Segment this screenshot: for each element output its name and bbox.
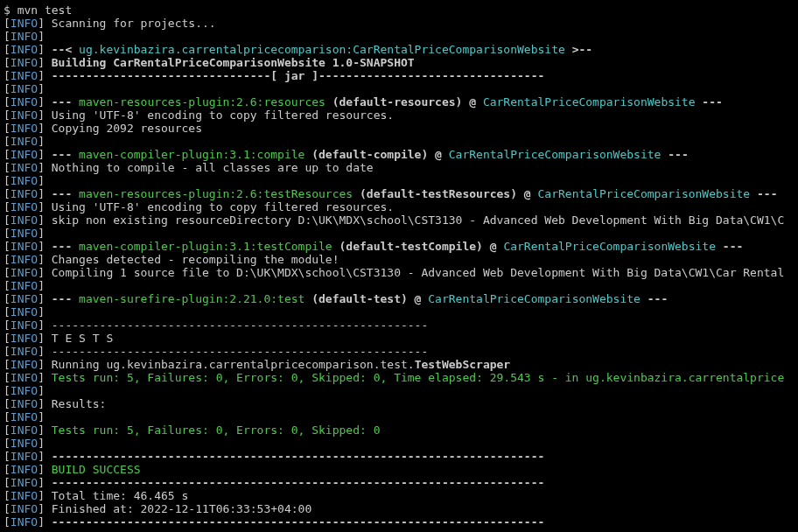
- test-class: TestWebScraper: [415, 358, 511, 371]
- log-line: [INFO] --- maven-compiler-plugin:3.1:com…: [4, 148, 794, 161]
- info-label: INFO: [10, 371, 38, 384]
- info-tag: [INFO]: [4, 279, 45, 292]
- artifact: CarRentalPriceComparisonWebsite: [449, 148, 662, 161]
- log-line: [INFO] Tests run: 5, Failures: 0, Errors…: [4, 424, 794, 437]
- info-label: INFO: [10, 174, 38, 187]
- total-time: Total time: 46.465 s: [52, 489, 189, 502]
- info-tag: [INFO]: [4, 345, 52, 358]
- text: ---: [640, 292, 668, 305]
- text: Using 'UTF-8' encoding to copy filtered …: [52, 200, 394, 214]
- log-line: [INFO] Finished at: 2022-12-11T06:33:53+…: [4, 502, 794, 515]
- text: ---: [52, 95, 79, 108]
- text: ---: [52, 292, 79, 305]
- info-tag: [INFO]: [4, 148, 52, 161]
- info-tag: [INFO]: [4, 82, 45, 95]
- info-label: INFO: [10, 95, 38, 108]
- info-label: INFO: [10, 82, 38, 95]
- info-label: INFO: [10, 69, 38, 82]
- text: Results:: [52, 397, 107, 410]
- info-label: INFO: [10, 56, 38, 69]
- info-label: INFO: [10, 489, 38, 502]
- info-tag: [INFO]: [4, 43, 52, 56]
- info-label: INFO: [10, 450, 38, 463]
- info-tag: [INFO]: [4, 384, 45, 397]
- info-tag: [INFO]: [4, 332, 52, 345]
- info-tag: [INFO]: [4, 227, 45, 240]
- text: ----------------------------------------…: [52, 318, 428, 332]
- text: ---: [52, 148, 79, 161]
- info-label: INFO: [10, 266, 38, 279]
- info-label: INFO: [10, 463, 38, 476]
- text: Nothing to compile - all classes are up …: [52, 161, 374, 174]
- info-tag: [INFO]: [4, 69, 52, 82]
- info-tag: [INFO]: [4, 266, 52, 279]
- log-line: [INFO] skip non existing resourceDirecto…: [4, 214, 794, 227]
- info-tag: [INFO]: [4, 371, 52, 384]
- text: --------------------------------[ jar ]-…: [52, 69, 545, 82]
- text: >--: [565, 43, 592, 56]
- info-label: INFO: [10, 384, 38, 397]
- info-label: INFO: [10, 227, 38, 240]
- info-label: INFO: [10, 122, 38, 135]
- project-id: ug.kevinbazira.carrentalpricecomparison:…: [79, 43, 565, 56]
- building: Building CarRentalPriceComparisonWebsite…: [52, 56, 415, 69]
- info-tag: [INFO]: [4, 108, 52, 122]
- text: --<: [52, 43, 79, 56]
- terminal-output[interactable]: $ mvn test[INFO] Scanning for projects..…: [4, 4, 794, 528]
- info-label: INFO: [10, 108, 38, 122]
- log-line: [INFO] Using 'UTF-8' encoding to copy fi…: [4, 108, 794, 122]
- log-line: [INFO] ---------------------------------…: [4, 515, 794, 528]
- log-line: [INFO] Nothing to compile - all classes …: [4, 161, 794, 174]
- log-line: [INFO] T E S T S: [4, 332, 794, 345]
- log-line-empty: [INFO]: [4, 30, 794, 43]
- log-line: [INFO] Building CarRentalPriceComparison…: [4, 56, 794, 69]
- info-label: INFO: [10, 200, 38, 214]
- info-tag: [INFO]: [4, 135, 45, 148]
- info-tag: [INFO]: [4, 305, 45, 318]
- text: ----------------------------------------…: [52, 345, 428, 358]
- info-tag: [INFO]: [4, 515, 52, 528]
- info-label: INFO: [10, 292, 38, 305]
- info-tag: [INFO]: [4, 476, 52, 489]
- artifact: CarRentalPriceComparisonWebsite: [503, 240, 716, 253]
- log-line: [INFO] Compiling 1 source file to D:\UK\…: [4, 266, 794, 279]
- command-prompt: $ mvn test: [4, 4, 72, 17]
- info-tag: [INFO]: [4, 187, 52, 200]
- text: ---: [52, 187, 79, 200]
- info-tag: [INFO]: [4, 214, 52, 227]
- info-label: INFO: [10, 305, 38, 318]
- text: skip non existing resourceDirectory D:\U…: [52, 214, 784, 227]
- info-tag: [INFO]: [4, 358, 52, 371]
- text: ---: [696, 95, 723, 108]
- text: Compiling 1 source file to D:\UK\MDX\sch…: [52, 266, 784, 279]
- log-line: [INFO] --< ug.kevinbazira.carrentalprice…: [4, 43, 794, 56]
- info-tag: [INFO]: [4, 200, 52, 214]
- log-line: [INFO] --- maven-surefire-plugin:2.21.0:…: [4, 292, 794, 305]
- log-line: [INFO] Copying 2092 resources: [4, 122, 794, 135]
- text: ---: [52, 240, 79, 253]
- info-label: INFO: [10, 214, 38, 227]
- text: ----------------------------------------…: [52, 450, 545, 463]
- plugin: maven-resources-plugin:2.6:testResources: [79, 187, 353, 200]
- info-tag: [INFO]: [4, 95, 52, 108]
- info-tag: [INFO]: [4, 424, 52, 437]
- log-line-empty: [INFO]: [4, 227, 794, 240]
- log-line-empty: [INFO]: [4, 410, 794, 424]
- log-line: [INFO] ---------------------------------…: [4, 450, 794, 463]
- log-line-empty: [INFO]: [4, 82, 794, 95]
- log-line: [INFO] Results:: [4, 397, 794, 410]
- text: ---: [750, 187, 777, 200]
- plugin: maven-surefire-plugin:2.21.0:test: [79, 292, 304, 305]
- info-label: INFO: [10, 515, 38, 528]
- info-label: INFO: [10, 43, 38, 56]
- test-summary: Tests run: 5, Failures: 0, Errors: 0, Sk…: [52, 424, 381, 437]
- info-tag: [INFO]: [4, 17, 52, 30]
- info-tag: [INFO]: [4, 292, 52, 305]
- text: ---: [661, 148, 688, 161]
- info-tag: [INFO]: [4, 463, 52, 476]
- info-tag: [INFO]: [4, 122, 52, 135]
- info-tag: [INFO]: [4, 56, 52, 69]
- info-label: INFO: [10, 332, 38, 345]
- info-label: INFO: [10, 424, 38, 437]
- artifact: CarRentalPriceComparisonWebsite: [428, 292, 640, 305]
